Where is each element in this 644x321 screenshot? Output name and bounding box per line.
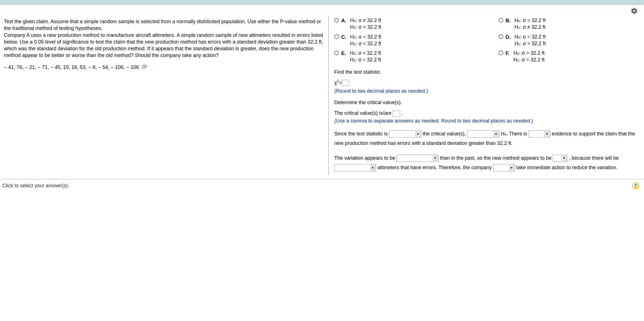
answer-panel: A. H₀: σ ≠ 32.2 ft H₁: σ = 32.2 ft B. H₀…	[328, 16, 642, 175]
radio-f[interactable]	[498, 51, 503, 55]
option-e-h1: H₁: σ = 32.2 ft	[350, 56, 381, 63]
radio-b[interactable]	[498, 18, 503, 23]
option-a-h1: H₁: σ = 32.2 ft	[350, 24, 381, 30]
option-f-h1: H₁: σ = 32.2 ft	[513, 56, 544, 63]
compare-dropdown[interactable]: ▼	[389, 130, 421, 138]
conclusion-3: H₀. There is	[501, 131, 527, 136]
question-panel: Test the given claim. Assume that a simp…	[2, 16, 328, 175]
critical-pre: The critical value(s) is/are	[334, 110, 393, 116]
round-note-2: (Use a comma to separate answers as need…	[334, 117, 641, 125]
option-c-h1: H₁: σ < 32.2 ft	[350, 40, 381, 47]
variation-3: , because there will be	[569, 155, 619, 161]
option-d[interactable]: D. H₀: σ = 32.2 ft H₁: σ > 32.2 ft	[498, 33, 641, 47]
options-grid: A. H₀: σ ≠ 32.2 ft H₁: σ = 32.2 ft B. H₀…	[334, 17, 641, 63]
option-f[interactable]: F. H₀: σ > 32.2 ft H₁: σ = 32.2 ft	[498, 50, 641, 63]
radio-d[interactable]	[498, 34, 503, 39]
option-d-h0: H₀: σ = 32.2 ft	[514, 33, 546, 40]
chi-equals: =	[339, 79, 342, 87]
option-f-h0: H₀: σ > 32.2 ft	[513, 50, 544, 56]
svg-rect-0	[142, 66, 145, 68]
critical-post: .	[401, 110, 403, 116]
option-d-h1: H₁: σ > 32.2 ft	[514, 40, 546, 47]
copy-data-icon[interactable]	[142, 64, 147, 71]
variation-4: altimeters that have errors. Therefore, …	[377, 165, 492, 170]
variation-1: The variation appears to be	[334, 155, 395, 161]
option-e-h0: H₀: σ < 32.2 ft	[350, 50, 381, 56]
evidence-dropdown[interactable]: ▼	[529, 130, 550, 138]
radio-c[interactable]	[334, 34, 339, 39]
variation-5: take immediate action to reduce the vari…	[516, 165, 618, 170]
option-a[interactable]: A. H₀: σ ≠ 32.2 ft H₁: σ = 32.2 ft	[334, 17, 476, 31]
option-c-h0: H₀: σ = 32.2 ft	[350, 33, 381, 40]
critical-value-input[interactable]	[393, 111, 400, 117]
reject-dropdown[interactable]: ▼	[467, 130, 499, 138]
option-c[interactable]: C. H₀: σ = 32.2 ft H₁: σ < 32.2 ft	[334, 33, 476, 47]
gear-icon[interactable]	[631, 7, 638, 16]
find-test-statistic: Find the test statistic.	[334, 68, 641, 76]
question-text-1: Test the given claim. Assume that a simp…	[4, 18, 326, 32]
help-icon[interactable]: ?	[632, 183, 639, 189]
option-b-h0: H₀: σ = 32.2 ft	[514, 17, 546, 24]
conclusion-1: Since the test statistic is	[334, 131, 388, 136]
option-b[interactable]: B. H₀: σ = 32.2 ft H₁: σ ≠ 32.2 ft	[498, 17, 641, 31]
chi-symbol: χ	[334, 79, 337, 87]
radio-a[interactable]	[334, 18, 339, 23]
option-a-h0: H₀: σ ≠ 32.2 ft	[350, 17, 381, 24]
action-dropdown[interactable]: ▼	[493, 164, 515, 171]
better-worse-dropdown[interactable]: ▼	[553, 155, 567, 162]
determine-critical: Determine the critical value(s).	[334, 99, 641, 107]
top-bar	[0, 0, 644, 5]
option-e[interactable]: E. H₀: σ < 32.2 ft H₁: σ = 32.2 ft	[334, 50, 476, 63]
chi-square-input[interactable]	[342, 80, 349, 86]
conclusion-2: the critical value(s),	[423, 131, 466, 136]
altimeter-errors-dropdown[interactable]: ▼	[334, 164, 376, 171]
variation-2: than in the past, so the new method appe…	[440, 155, 551, 161]
round-note-1: (Round to two decimal places as needed.)	[334, 87, 641, 95]
question-text-2: Company A uses a new production method t…	[4, 32, 326, 59]
footer-prompt: Click to select your answer(s).	[2, 183, 69, 189]
radio-e[interactable]	[334, 51, 339, 55]
sample-data: − 41, 76, − 21, − 71, − 45, 10, 16, 53, …	[4, 64, 139, 70]
variation-compare-dropdown[interactable]: ▼	[397, 155, 439, 162]
option-b-h1: H₁: σ ≠ 32.2 ft	[514, 24, 546, 30]
